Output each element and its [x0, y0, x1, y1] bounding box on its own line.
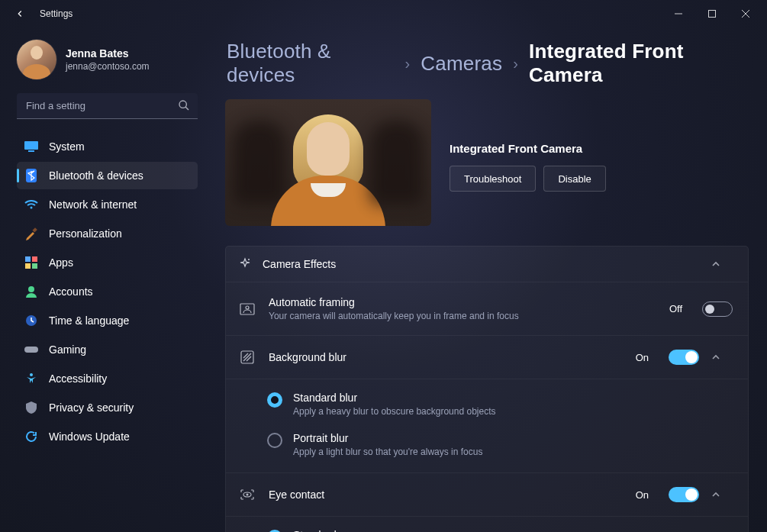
row-subtitle: Your camera will automatically keep you …: [269, 311, 657, 321]
chevron-right-icon: ›: [404, 55, 410, 73]
monitor-icon: [24, 140, 38, 153]
eye-contact-toggle[interactable]: [669, 487, 699, 502]
sidebar-item-privacy[interactable]: Privacy & security: [17, 394, 198, 421]
sidebar-item-personalization[interactable]: Personalization: [17, 220, 198, 247]
chevron-up-icon[interactable]: [711, 353, 733, 362]
sidebar-item-label: Personalization: [49, 227, 122, 240]
row-title: Background blur: [269, 351, 624, 363]
background-blur-toggle[interactable]: [669, 350, 699, 365]
svg-point-15: [28, 286, 34, 292]
accessibility-icon: [24, 372, 38, 385]
sidebar-item-label: Gaming: [49, 343, 86, 356]
camera-preview: [225, 99, 431, 226]
chevron-right-icon: ›: [513, 55, 518, 73]
hero-section: Integrated Front Camera Troubleshoot Dis…: [225, 99, 749, 226]
camera-effects-title: Camera Effects: [263, 258, 701, 270]
row-background-blur: Background blur On: [226, 335, 748, 379]
camera-name: Integrated Front Camera: [450, 142, 606, 155]
sidebar-item-accounts[interactable]: Accounts: [17, 278, 198, 305]
sidebar-item-label: Privacy & security: [49, 401, 134, 414]
avatar: [17, 40, 56, 79]
sidebar-item-network[interactable]: Network & internet: [17, 191, 198, 218]
camera-effects-header[interactable]: Camera Effects: [226, 247, 748, 282]
title-bar: Settings: [0, 0, 767, 27]
minimize-button[interactable]: [662, 3, 695, 24]
sidebar-item-bluetooth[interactable]: Bluetooth & devices: [17, 162, 198, 189]
chevron-up-icon[interactable]: [711, 490, 733, 499]
search-input[interactable]: [17, 93, 198, 119]
toggle-state-label: Off: [669, 303, 682, 314]
wifi-icon: [24, 198, 38, 211]
chevron-up-icon: [711, 260, 733, 269]
camera-effects-card: Camera Effects Automatic framing Your ca…: [225, 246, 749, 532]
svg-rect-17: [24, 347, 38, 353]
sidebar-item-label: Apps: [49, 256, 73, 269]
svg-point-4: [179, 101, 186, 108]
eye-icon: [238, 488, 256, 501]
row-title: Automatic framing: [269, 296, 657, 308]
shield-icon: [24, 401, 38, 414]
sparkle-icon: [238, 257, 252, 271]
svg-rect-12: [32, 256, 37, 262]
svg-rect-13: [25, 263, 31, 269]
sidebar-item-apps[interactable]: Apps: [17, 249, 198, 276]
user-name: Jenna Bates: [66, 47, 150, 60]
option-title: Standard blur: [293, 392, 496, 404]
option-eye-standard[interactable]: Standard Make eye contact even when you'…: [267, 521, 748, 532]
svg-rect-1: [709, 11, 716, 18]
svg-point-18: [30, 373, 33, 376]
option-title: Portrait blur: [293, 432, 482, 444]
svg-point-9: [31, 207, 33, 209]
bluetooth-icon: [24, 169, 38, 182]
blur-icon: [238, 350, 256, 364]
svg-point-27: [247, 494, 249, 496]
option-standard-blur[interactable]: Standard blur Apply a heavy blur to obsc…: [267, 384, 748, 424]
breadcrumb-level-1[interactable]: Bluetooth & devices: [227, 40, 394, 87]
apps-icon: [24, 256, 38, 269]
user-block[interactable]: Jenna Bates jenna@contoso.com: [17, 40, 198, 79]
gamepad-icon: [24, 343, 38, 356]
option-portrait-blur[interactable]: Portrait blur Apply a light blur so that…: [267, 424, 748, 465]
sidebar-item-update[interactable]: Windows Update: [17, 423, 198, 450]
person-icon: [24, 285, 38, 298]
option-title: Standard: [293, 529, 603, 532]
back-button[interactable]: [9, 3, 31, 24]
search-icon: [178, 99, 190, 111]
svg-rect-7: [28, 150, 34, 152]
background-blur-options: Standard blur Apply a heavy blur to obsc…: [226, 379, 748, 472]
troubleshoot-button[interactable]: Troubleshoot: [450, 166, 536, 192]
svg-rect-11: [25, 256, 31, 262]
maximize-button[interactable]: [695, 3, 729, 24]
clock-icon: [24, 314, 38, 327]
sidebar-item-label: Accounts: [49, 285, 93, 298]
sidebar-item-accessibility[interactable]: Accessibility: [17, 365, 198, 392]
sidebar: Jenna Bates jenna@contoso.com System Blu…: [0, 27, 210, 532]
breadcrumb: Bluetooth & devices › Cameras › Integrat…: [227, 40, 749, 87]
disable-button[interactable]: Disable: [543, 166, 605, 192]
update-icon: [24, 430, 38, 443]
eye-contact-options: Standard Make eye contact even when you'…: [226, 516, 748, 532]
sidebar-item-label: System: [49, 140, 85, 153]
sidebar-item-label: Time & language: [49, 314, 129, 327]
framing-icon: [238, 303, 256, 315]
svg-rect-6: [24, 141, 38, 150]
search-box: [17, 93, 198, 119]
radio-portrait-blur[interactable]: [267, 433, 282, 448]
svg-point-19: [248, 259, 250, 260]
row-eye-contact: Eye contact On: [226, 472, 748, 516]
nav-list: System Bluetooth & devices Network & int…: [17, 133, 198, 450]
toggle-state-label: On: [636, 489, 649, 501]
breadcrumb-level-2[interactable]: Cameras: [421, 52, 502, 76]
sidebar-item-label: Network & internet: [49, 198, 137, 211]
sidebar-item-system[interactable]: System: [17, 133, 198, 160]
svg-point-21: [246, 306, 249, 309]
sidebar-item-time[interactable]: Time & language: [17, 307, 198, 334]
svg-line-5: [185, 107, 189, 110]
sidebar-item-label: Bluetooth & devices: [49, 169, 143, 182]
breadcrumb-current: Integrated Front Camera: [529, 40, 749, 87]
sidebar-item-gaming[interactable]: Gaming: [17, 336, 198, 363]
automatic-framing-toggle[interactable]: [702, 301, 733, 317]
option-subtitle: Apply a light blur so that you're always…: [293, 447, 482, 457]
close-button[interactable]: [729, 3, 762, 24]
radio-standard-blur[interactable]: [267, 392, 282, 408]
